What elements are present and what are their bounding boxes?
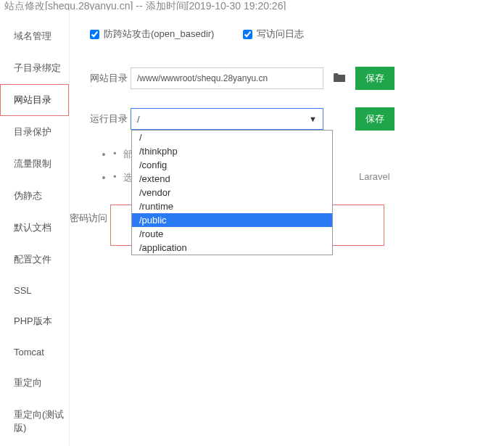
sidebar-item-traffic[interactable]: 流量限制	[0, 148, 69, 180]
sidebar-item-rewrite[interactable]: 伪静态	[0, 180, 69, 212]
dropdown-option[interactable]: /vendor	[132, 186, 332, 199]
run-dir-select[interactable]: / ▼ / /thinkphp /config /extend /vendor …	[131, 108, 323, 130]
sidebar-item-php[interactable]: PHP版本	[0, 305, 69, 337]
checkbox-open-basedir-input[interactable]	[90, 30, 99, 39]
checkbox-open-basedir[interactable]: 防跨站攻击(open_basedir)	[90, 28, 214, 41]
dropdown-option-selected[interactable]: /public	[132, 213, 332, 227]
sidebar-item-redirect-beta[interactable]: 重定向(测试版)	[0, 399, 69, 444]
run-dir-selected: /	[137, 114, 140, 125]
dropdown-option[interactable]: /extend	[132, 172, 332, 186]
main-panel: 防跨站攻击(open_basedir) 写访问日志 网站目录 保存 运行目录 /…	[70, 10, 504, 446]
sidebar-item-dirprotect[interactable]: 目录保护	[0, 116, 69, 148]
dropdown-option[interactable]: /runtime	[132, 199, 332, 213]
sidebar-item-tomcat[interactable]: Tomcat	[0, 337, 69, 367]
save-run-dir-button[interactable]: 保存	[355, 107, 394, 131]
checkbox-access-log[interactable]: 写访问日志	[243, 28, 304, 41]
modal-title: 站点修改[shequ.28yanyu.cn] -- 添加时间[2019-10-3…	[0, 0, 504, 10]
sidebar-item-ssl[interactable]: SSL	[0, 276, 69, 305]
dropdown-option[interactable]: /application	[132, 241, 332, 255]
dropdown-option[interactable]: /thinkphp	[132, 144, 332, 158]
laravel-text: Laravel	[359, 171, 390, 182]
sidebar-item-defaultdoc[interactable]: 默认文档	[0, 212, 69, 244]
dropdown-option[interactable]: /	[132, 131, 332, 144]
save-site-dir-button[interactable]: 保存	[355, 67, 394, 90]
sidebar-item-domain[interactable]: 域名管理	[0, 20, 69, 52]
sidebar-item-subdir[interactable]: 子目录绑定	[0, 52, 69, 84]
checkbox-access-log-label: 写访问日志	[257, 28, 304, 41]
sidebar-item-config[interactable]: 配置文件	[0, 244, 69, 276]
dropdown-option[interactable]: /route	[132, 227, 332, 241]
sidebar-item-sitedir[interactable]: 网站目录	[0, 84, 69, 116]
site-dir-label: 网站目录	[90, 72, 131, 85]
run-dir-dropdown: / /thinkphp /config /extend /vendor /run…	[131, 130, 333, 255]
sidebar-item-redirect[interactable]: 重定向	[0, 367, 69, 399]
checkbox-open-basedir-label: 防跨站攻击(open_basedir)	[104, 28, 214, 41]
run-dir-label: 运行目录	[90, 112, 131, 125]
site-dir-input[interactable]	[131, 67, 323, 89]
dropdown-option[interactable]: /config	[132, 158, 332, 172]
checkbox-access-log-input[interactable]	[243, 30, 252, 39]
chevron-down-icon: ▼	[309, 115, 317, 123]
folder-icon[interactable]	[334, 73, 345, 84]
sidebar: 域名管理 子目录绑定 网站目录 目录保护 流量限制 伪静态 默认文档 配置文件 …	[0, 10, 70, 446]
password-access-label: 密码访问	[70, 212, 107, 225]
